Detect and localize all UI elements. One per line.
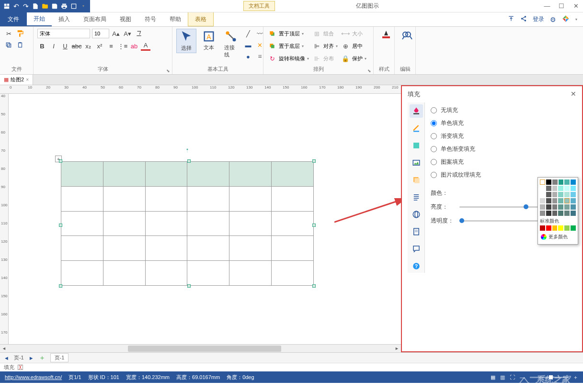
style-button[interactable] xyxy=(377,29,395,42)
color-cell[interactable] xyxy=(552,198,558,203)
color-cell[interactable] xyxy=(540,211,545,216)
tab-home[interactable]: 开始 xyxy=(27,12,52,26)
bold-icon[interactable]: B xyxy=(37,41,47,51)
scroll-left-icon[interactable]: ◄ xyxy=(0,345,8,352)
menu-dropdown-icon[interactable]: ▾ xyxy=(575,17,577,22)
color-cell[interactable] xyxy=(559,179,564,185)
minimize-button[interactable]: — xyxy=(540,0,554,12)
color-cell[interactable] xyxy=(558,211,563,216)
color-cell[interactable] xyxy=(540,204,545,210)
font-name-combo[interactable] xyxy=(37,29,90,38)
color-cell[interactable] xyxy=(552,211,558,216)
color-cell[interactable] xyxy=(558,186,563,191)
panel-tab-hyperlink[interactable] xyxy=(410,208,423,221)
panel-tab-attachment[interactable] xyxy=(410,225,423,238)
color-cell[interactable] xyxy=(558,192,563,197)
bullets-icon[interactable]: ⋮≡ xyxy=(118,41,127,51)
selection-handle[interactable] xyxy=(312,224,316,227)
panel-tab-shadow[interactable] xyxy=(410,139,423,152)
undo-icon[interactable]: ↶ xyxy=(11,1,21,11)
page-add-icon[interactable]: ＋ xyxy=(39,354,46,362)
connector-tool[interactable]: 连接线 xyxy=(221,29,240,59)
panel-tab-picture[interactable] xyxy=(410,156,423,169)
panel-close-icon[interactable]: ✕ xyxy=(571,90,576,99)
canvas[interactable]: + xyxy=(9,94,401,344)
strikethrough-icon[interactable]: abc xyxy=(72,41,81,51)
status-url[interactable]: http://www.edrawsoft.cn/ xyxy=(5,374,62,380)
color-cell[interactable] xyxy=(546,179,551,185)
size-icon[interactable]: ⟷ xyxy=(341,29,350,38)
rotate-label[interactable]: 旋转和镜像 xyxy=(279,55,305,62)
tab-table-tool[interactable]: 表格 xyxy=(188,12,214,26)
selection-handle[interactable] xyxy=(312,284,316,288)
protect-label[interactable]: 保护 xyxy=(352,55,363,62)
selection-handle[interactable] xyxy=(59,224,62,227)
color-cell[interactable] xyxy=(552,179,558,185)
color-cell[interactable] xyxy=(564,225,570,231)
selection-handle[interactable] xyxy=(312,159,316,163)
page-tab[interactable]: 页-1 xyxy=(50,353,69,362)
curve-icon[interactable]: 〰 xyxy=(255,29,264,38)
app-icon[interactable] xyxy=(2,1,11,11)
save-icon[interactable] xyxy=(50,1,59,11)
page-next-icon[interactable]: ► xyxy=(29,355,34,361)
doc-tab[interactable]: ▦ 绘图2 × xyxy=(0,75,33,85)
center-label[interactable]: 居中 xyxy=(352,43,363,50)
subscript-icon[interactable]: x₂ xyxy=(83,41,93,51)
panel-tab-line[interactable] xyxy=(410,122,423,135)
color-cell[interactable] xyxy=(552,192,558,197)
color-cell[interactable] xyxy=(558,225,563,231)
rect-icon[interactable]: ▬ xyxy=(243,40,253,50)
fullscreen-icon[interactable]: ⛶ xyxy=(510,374,515,380)
italic-icon[interactable]: I xyxy=(49,41,58,51)
page-prev-icon[interactable]: ◄ xyxy=(4,355,9,361)
color-cell[interactable] xyxy=(571,192,576,197)
panel-tab-help[interactable]: ? xyxy=(410,259,423,273)
paste-icon[interactable] xyxy=(15,40,25,50)
font-size-combo[interactable] xyxy=(92,29,109,38)
login-link[interactable]: 登录 xyxy=(533,15,544,23)
maximize-button[interactable]: ☐ xyxy=(554,0,569,12)
table-shape[interactable]: + xyxy=(61,161,314,286)
color-cell[interactable] xyxy=(546,211,551,216)
decrease-font-icon[interactable]: A▾ xyxy=(123,29,132,38)
color-cell[interactable] xyxy=(546,186,551,191)
select-tool[interactable]: 选择 xyxy=(176,29,196,53)
center-icon[interactable]: ⊕ xyxy=(341,41,350,51)
panel-tab-comment[interactable] xyxy=(410,242,423,256)
file-menu[interactable]: 文件 xyxy=(0,12,27,26)
tab-page-layout[interactable]: 页面布局 xyxy=(77,12,113,26)
settings-icon[interactable]: ⚙ xyxy=(550,16,556,23)
radio-gradient-fill[interactable]: 渐变填充 xyxy=(431,132,576,140)
redo-icon[interactable]: ↷ xyxy=(21,1,31,11)
feedback-icon[interactable] xyxy=(508,15,514,23)
color-cell[interactable] xyxy=(546,225,551,231)
table-grid[interactable] xyxy=(61,161,314,286)
arrange-launcher-icon[interactable]: ⬊ xyxy=(367,68,371,73)
ellipse-icon[interactable]: ● xyxy=(243,52,253,61)
scroll-thumb[interactable] xyxy=(128,346,281,352)
tab-insert[interactable]: 插入 xyxy=(52,12,77,26)
font-color-icon[interactable]: A xyxy=(141,41,150,51)
scroll-right-icon[interactable]: ► xyxy=(393,345,401,352)
color-cell[interactable] xyxy=(546,204,551,210)
find-button[interactable] xyxy=(399,29,416,42)
open-icon[interactable] xyxy=(40,1,50,11)
color-cell[interactable] xyxy=(564,186,570,191)
rotate-icon[interactable]: ↻ xyxy=(267,54,277,63)
selection-handle[interactable] xyxy=(187,284,191,288)
send-back-label[interactable]: 置于底层 xyxy=(279,43,300,50)
doc-tab-close-icon[interactable]: × xyxy=(26,77,29,82)
new-icon[interactable] xyxy=(31,1,40,11)
superscript-icon[interactable]: x² xyxy=(95,41,104,51)
color-cell[interactable] xyxy=(571,225,576,231)
zoom-slider[interactable] xyxy=(530,377,568,378)
copy-icon[interactable] xyxy=(4,40,13,50)
color-cell[interactable] xyxy=(540,179,545,185)
view-mode2-icon[interactable]: ▥ xyxy=(500,374,505,381)
clear-format-icon[interactable] xyxy=(134,29,144,38)
panel-tab-layer[interactable] xyxy=(410,173,423,187)
distribute-icon[interactable]: ⊪ xyxy=(312,54,321,63)
crop-icon[interactable]: ⌗ xyxy=(255,52,264,61)
tab-symbol[interactable]: 符号 xyxy=(138,12,163,26)
